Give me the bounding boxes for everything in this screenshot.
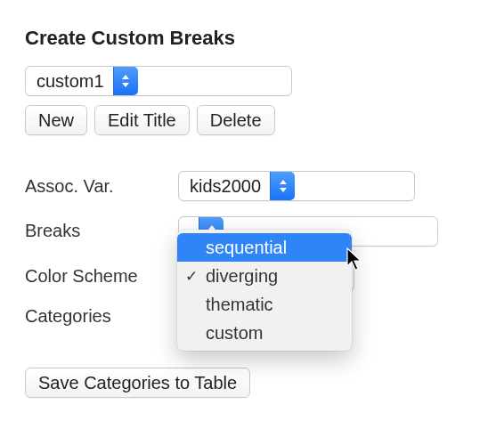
new-button[interactable]: New [25,105,87,135]
delete-button[interactable]: Delete [197,105,275,135]
updown-icon [113,67,138,95]
breaks-option-sequential[interactable]: sequential [177,233,352,262]
menu-item-label: thematic [206,295,273,315]
breaks-option-custom[interactable]: custom [177,319,352,347]
updown-icon [270,172,295,200]
menu-item-label: custom [206,323,263,344]
assoc-var-label: Assoc. Var. [25,176,178,197]
name-select-value: custom1 [26,67,113,95]
assoc-var-select[interactable]: kids2000 [178,171,415,201]
menu-item-label: diverging [206,266,278,287]
edit-title-button[interactable]: Edit Title [94,105,190,135]
breaks-dropdown-menu[interactable]: sequential ✓ diverging thematic custom [177,230,352,351]
checkmark-icon: ✓ [185,267,198,286]
color-scheme-label: Color Scheme [25,266,178,287]
breaks-option-diverging[interactable]: ✓ diverging [177,262,352,290]
assoc-var-value: kids2000 [179,172,270,200]
breaks-option-thematic[interactable]: thematic [177,290,352,319]
page-title: Create Custom Breaks [25,27,479,50]
categories-label: Categories [25,306,178,327]
name-select[interactable]: custom1 [25,66,292,96]
menu-item-label: sequential [206,238,287,258]
breaks-label: Breaks [25,221,178,241]
save-categories-button[interactable]: Save Categories to Table [25,368,250,398]
